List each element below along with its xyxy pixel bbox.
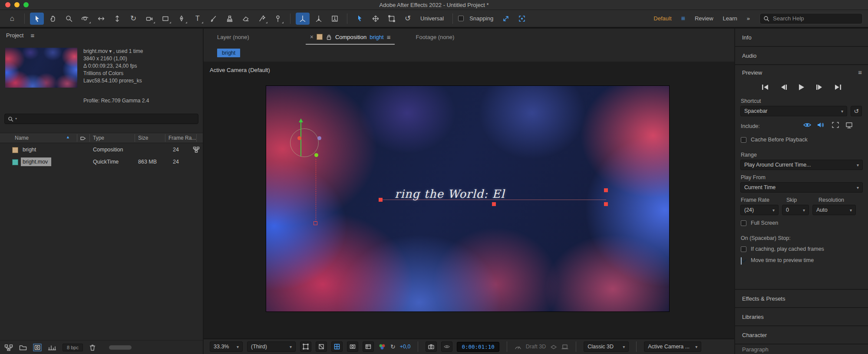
include-audio-button[interactable]: [817, 121, 825, 130]
footage-name-line[interactable]: bright.mov ▾ , used 1 time: [83, 48, 143, 55]
character-panel-header[interactable]: Character: [735, 326, 868, 344]
z-axis-handle-dot[interactable]: [317, 136, 321, 140]
pen-tool-button[interactable]: [175, 13, 188, 25]
view-axis-mode-button[interactable]: [328, 13, 342, 25]
footage-thumbnail[interactable]: [5, 48, 77, 88]
type-tool-button[interactable]: T: [191, 13, 205, 25]
last-frame-button[interactable]: [834, 84, 842, 90]
adjust-levels-icon[interactable]: [48, 344, 56, 351]
title-text-layer[interactable]: ring the World: El: [395, 187, 612, 200]
clone-stamp-tool-button[interactable]: [223, 13, 237, 25]
draft-3d-toggle[interactable]: Draft 3D: [526, 344, 546, 350]
composition-usage-icon[interactable]: [193, 146, 200, 153]
info-panel-header[interactable]: Info: [735, 29, 868, 46]
gizmo-select-button[interactable]: [353, 13, 366, 25]
frame-rate-dropdown[interactable]: (24) ▾: [740, 205, 779, 215]
workspace-learn[interactable]: Learn: [723, 15, 737, 22]
exposure-value[interactable]: +0,0: [400, 344, 411, 350]
bit-depth-indicator[interactable]: 8 bpc: [63, 344, 83, 351]
draft-3d-icon[interactable]: [515, 344, 521, 350]
full-screen-checkbox[interactable]: [741, 220, 746, 226]
table-row[interactable]: bright.mov QuickTime 863 MB 24: [0, 156, 203, 168]
workspace-menu-icon[interactable]: ≡: [681, 15, 685, 23]
preview-panel-menu-icon[interactable]: ≡: [858, 69, 862, 75]
rectangle-tool-button[interactable]: [158, 13, 172, 25]
project-search-input[interactable]: [19, 115, 195, 122]
tab-footage[interactable]: Footage (none): [416, 34, 454, 40]
column-frame-rate[interactable]: Frame Ra...: [168, 135, 196, 141]
selection-tool-button[interactable]: [30, 13, 44, 25]
reset-preview-button[interactable]: ↺: [851, 106, 862, 116]
local-axis-mode-button[interactable]: [296, 13, 310, 25]
gizmo-rotate-button[interactable]: ↺: [401, 13, 415, 25]
region-of-interest-button[interactable]: [316, 341, 327, 352]
gizmo-scale-button[interactable]: [385, 13, 399, 25]
resolution-dropdown[interactable]: (Third) ▾: [247, 341, 296, 352]
table-row[interactable]: bright Composition 24: [0, 144, 203, 156]
new-composition-icon[interactable]: [33, 344, 42, 351]
view-camera-dropdown[interactable]: Active Camera ... ▾: [644, 341, 701, 352]
resolution-dropdown-preview[interactable]: Auto ▾: [812, 205, 856, 215]
composition-breadcrumb[interactable]: bright: [217, 49, 240, 57]
reset-exposure-icon[interactable]: ↻: [390, 344, 396, 350]
trash-icon[interactable]: [89, 344, 96, 351]
next-frame-button[interactable]: [815, 84, 823, 90]
extended-viewer-icon[interactable]: [561, 344, 568, 350]
transform-handle[interactable]: [604, 202, 608, 206]
close-tab-icon[interactable]: ×: [310, 34, 314, 40]
item-name-selected[interactable]: bright.mov: [21, 157, 51, 166]
layer-controls-button[interactable]: [300, 341, 311, 352]
pan-camera-tool-button[interactable]: [94, 13, 108, 25]
workspace-overflow-icon[interactable]: »: [747, 15, 750, 22]
grid-guides-button[interactable]: [363, 341, 374, 352]
x-axis-handle-dot[interactable]: [297, 136, 301, 140]
include-video-button[interactable]: [803, 121, 812, 130]
previous-frame-button[interactable]: [780, 84, 788, 90]
column-divider[interactable]: [196, 134, 197, 142]
viewer-menu-icon[interactable]: ≡: [387, 34, 391, 40]
first-frame-button[interactable]: [762, 84, 769, 90]
label-column-icon[interactable]: [80, 135, 86, 141]
gizmo-position-button[interactable]: [369, 13, 383, 25]
play-from-dropdown[interactable]: Current Time ▾: [740, 182, 863, 193]
include-overlays-button[interactable]: [832, 121, 839, 130]
anchor-point-dot[interactable]: [314, 153, 318, 157]
workspace-default[interactable]: Default: [653, 15, 671, 22]
eraser-tool-button[interactable]: [239, 13, 253, 25]
camera-tool-button[interactable]: [142, 13, 156, 25]
column-type[interactable]: Type: [93, 135, 104, 141]
preview-panel-title[interactable]: Preview: [742, 69, 762, 76]
audio-panel-header[interactable]: Audio: [735, 47, 868, 64]
help-search[interactable]: [759, 13, 863, 24]
snapping-checkbox[interactable]: [458, 16, 464, 21]
transform-handle[interactable]: [379, 198, 383, 202]
rotation-tool-button[interactable]: ↻: [126, 13, 140, 25]
project-search[interactable]: ▾: [4, 114, 198, 124]
snap-boundaries-button[interactable]: [515, 13, 529, 25]
paragraph-panel-header[interactable]: Paragraph: [735, 344, 868, 354]
workspace-review[interactable]: Review: [695, 15, 713, 22]
position-target-handle[interactable]: [314, 221, 317, 225]
gizmo-mode-label[interactable]: Universal: [420, 15, 444, 22]
include-render-button[interactable]: [845, 121, 854, 130]
tab-composition-active[interactable]: × Composition bright ≡: [306, 29, 395, 45]
new-folder-icon[interactable]: [19, 344, 27, 351]
home-button[interactable]: ⌂: [5, 13, 19, 25]
skip-dropdown[interactable]: 0 ▾: [782, 205, 809, 215]
effects-presets-panel-header[interactable]: Effects & Presets: [735, 290, 868, 307]
column-divider[interactable]: [89, 134, 90, 142]
lock-icon[interactable]: [326, 34, 332, 40]
renderer-dropdown[interactable]: Classic 3D ▾: [584, 341, 629, 352]
play-button[interactable]: [798, 84, 805, 91]
help-search-input[interactable]: [772, 15, 859, 22]
puppet-pin-tool-button[interactable]: [271, 13, 285, 25]
orbit-camera-tool-button[interactable]: [78, 13, 92, 25]
world-axis-mode-button[interactable]: [312, 13, 326, 25]
show-snapshot-button[interactable]: [441, 341, 452, 352]
column-divider[interactable]: [135, 134, 135, 142]
mask-visibility-button[interactable]: [347, 341, 358, 352]
cached-frames-checkbox[interactable]: [741, 246, 746, 252]
sort-ascending-icon[interactable]: ▲: [66, 135, 70, 139]
take-snapshot-button[interactable]: [426, 341, 437, 352]
brush-tool-button[interactable]: [207, 13, 221, 25]
